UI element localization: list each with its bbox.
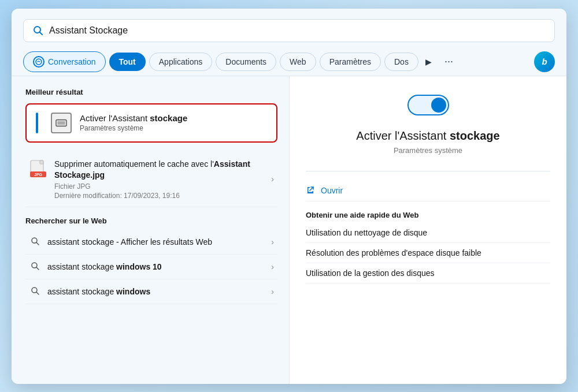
link-1[interactable]: Résolution des problèmes d'espace disque… xyxy=(306,243,550,263)
right-panel: Activer l'Assistant stockage Paramètres … xyxy=(289,76,566,384)
best-result-subtitle: Paramètres système xyxy=(80,124,187,132)
tab-documents-label: Documents xyxy=(225,57,266,66)
tab-conversation-label: Conversation xyxy=(48,57,96,66)
web-section-title: Rechercher sur le Web xyxy=(25,216,277,225)
web-search-icon-2 xyxy=(29,286,40,297)
web-result-arrow-1: › xyxy=(271,262,274,271)
web-result-bold-2: windows xyxy=(116,287,150,296)
tab-applications-label: Applications xyxy=(159,57,203,66)
card-accent xyxy=(36,113,38,133)
tab-parametres-label: Paramètres xyxy=(329,57,371,66)
tab-parametres[interactable]: Paramètres xyxy=(320,53,381,71)
link-2[interactable]: Utilisation de la gestion des disques xyxy=(306,263,550,283)
file-title-plain: Supprimer automatiquement le cache avec … xyxy=(54,159,214,169)
left-panel: Meilleur résultat Activer l'Assistant st… xyxy=(12,76,289,384)
web-search-icon-1 xyxy=(29,262,40,272)
best-result-title: Meilleur résultat xyxy=(25,88,277,96)
tab-web[interactable]: Web xyxy=(280,53,316,71)
web-result-plain-0: assistant stockage xyxy=(47,237,114,247)
web-result-text-2: assistant stockage windows xyxy=(47,287,264,296)
toggle-knob xyxy=(431,98,446,113)
search-icon xyxy=(33,25,43,36)
play-button[interactable]: ▶ xyxy=(422,55,435,69)
web-result-2[interactable]: assistant stockage windows › xyxy=(25,279,277,304)
tab-tout[interactable]: Tout xyxy=(109,53,146,71)
help-section-title: Obtenir une aide rapide du Web xyxy=(306,211,550,219)
file-result-arrow-icon: › xyxy=(271,174,274,184)
right-title-bold: stockage xyxy=(450,129,500,142)
tab-documents[interactable]: Documents xyxy=(216,53,276,71)
best-result-title-plain: Activer l'Assistant xyxy=(80,113,150,123)
tab-conversation[interactable]: Conversation xyxy=(23,51,106,72)
tab-applications[interactable]: Applications xyxy=(149,53,213,71)
open-icon xyxy=(306,185,315,196)
web-result-plain-1: assistant stockage xyxy=(47,262,116,271)
toggle-icon-wrap xyxy=(407,95,449,115)
best-result-item-title: Activer l'Assistant stockage xyxy=(80,113,187,123)
tab-web-label: Web xyxy=(290,57,306,66)
tab-tout-label: Tout xyxy=(119,57,136,66)
file-type: Fichier JPG xyxy=(54,182,264,191)
svg-line-10 xyxy=(36,242,39,245)
toggle-visual xyxy=(407,95,449,115)
tab-dos[interactable]: Dos xyxy=(384,53,418,71)
bing-icon: b xyxy=(542,57,547,66)
more-tabs-button[interactable]: ··· xyxy=(439,53,459,70)
web-result-text-1: assistant stockage windows 10 xyxy=(47,262,264,271)
web-result-arrow-0: › xyxy=(271,237,274,247)
web-result-suffix-0: - Afficher les résultats Web xyxy=(114,237,212,247)
conversation-icon xyxy=(33,56,45,68)
svg-text:JPG: JPG xyxy=(34,173,43,177)
best-result-text: Activer l'Assistant stockage Paramètres … xyxy=(80,113,187,132)
best-result-title-bold: stockage xyxy=(150,113,187,123)
tab-dos-label: Dos xyxy=(394,57,409,66)
help-section: Obtenir une aide rapide du Web Utilisati… xyxy=(306,208,550,283)
search-bar xyxy=(23,19,555,42)
svg-line-14 xyxy=(36,292,39,294)
web-search-icon-0 xyxy=(29,237,40,247)
bing-button[interactable]: b xyxy=(534,51,555,72)
open-action[interactable]: Ouvrir xyxy=(306,181,550,201)
best-result-card[interactable]: Activer l'Assistant stockage Paramètres … xyxy=(25,103,277,143)
right-title: Activer l'Assistant stockage xyxy=(356,129,499,143)
web-result-text-0: assistant stockage - Afficher les résult… xyxy=(47,237,264,247)
link-0[interactable]: Utilisation du nettoyage de disque xyxy=(306,223,550,243)
file-result-text: Supprimer automatiquement le cache avec … xyxy=(54,159,264,200)
search-bar-row xyxy=(12,9,566,48)
svg-line-12 xyxy=(36,267,39,270)
svg-point-2 xyxy=(36,59,42,65)
file-result[interactable]: JPG Supprimer automatiquement le cache a… xyxy=(25,152,277,207)
web-result-plain-2: assistant stockage xyxy=(47,287,116,296)
web-result-0[interactable]: assistant stockage - Afficher les résult… xyxy=(25,230,277,255)
svg-line-15 xyxy=(310,187,313,191)
web-result-bold-1: windows 10 xyxy=(116,262,162,271)
right-divider xyxy=(306,171,550,171)
right-title-plain: Activer l'Assistant xyxy=(356,129,450,142)
open-label: Ouvrir xyxy=(321,186,343,195)
file-result-title: Supprimer automatiquement le cache avec … xyxy=(54,159,264,181)
file-jpg-icon: JPG xyxy=(29,160,47,178)
best-result-icon xyxy=(51,113,72,133)
svg-line-1 xyxy=(40,32,43,35)
svg-rect-4 xyxy=(58,121,65,124)
right-subtitle: Paramètres système xyxy=(394,146,462,155)
main-content: Meilleur résultat Activer l'Assistant st… xyxy=(12,76,566,384)
tabs-row: Conversation Tout Applications Documents… xyxy=(12,48,566,76)
web-result-1[interactable]: assistant stockage windows 10 › xyxy=(25,255,277,279)
file-date: Dernière modification: 17/09/2023, 19:16 xyxy=(54,192,264,200)
search-input[interactable] xyxy=(49,25,545,36)
search-window: Conversation Tout Applications Documents… xyxy=(12,9,566,384)
web-result-arrow-2: › xyxy=(271,287,274,296)
svg-rect-6 xyxy=(40,160,43,164)
